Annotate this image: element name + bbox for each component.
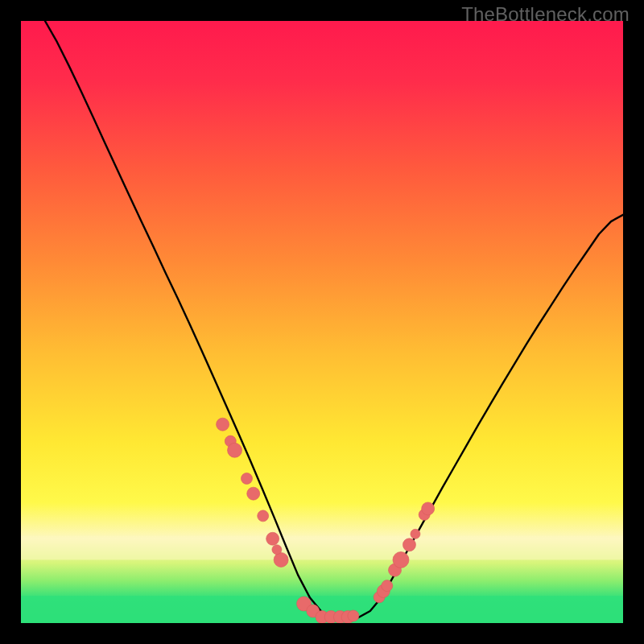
data-marker [247, 487, 260, 500]
data-marker [242, 473, 253, 484]
chart-svg [21, 21, 623, 623]
data-marker [274, 552, 288, 567]
plot-area [21, 21, 623, 623]
data-marker [411, 529, 420, 539]
highlight-band [21, 536, 623, 560]
data-marker [348, 610, 359, 621]
data-marker [217, 418, 229, 431]
data-marker [258, 510, 269, 522]
data-marker [272, 545, 282, 555]
data-marker [422, 502, 435, 515]
data-marker [382, 580, 393, 592]
gradient-background [21, 21, 623, 623]
data-marker [393, 551, 409, 568]
data-marker [266, 532, 279, 545]
data-marker [228, 443, 242, 457]
data-marker [402, 539, 415, 551]
chart-frame: TheBottleneck.com [0, 0, 644, 644]
